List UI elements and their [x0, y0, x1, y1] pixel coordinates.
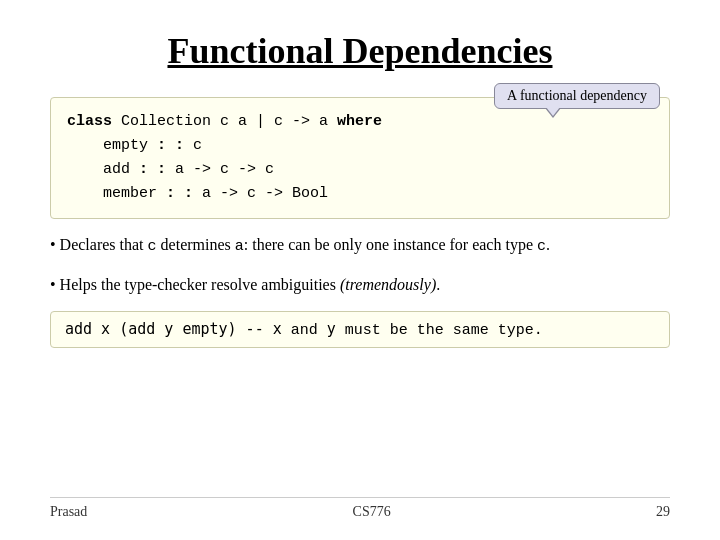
- code-line-1: class Collection c a | c -> a where: [67, 110, 653, 134]
- bullet1-code1: c: [148, 238, 157, 255]
- bullet1-code3: c: [537, 238, 546, 255]
- bullet-1: • Declares that c determines a: there ca…: [50, 233, 670, 259]
- inline-code-text: add x (add y empty) -- x: [65, 320, 282, 338]
- code-line-4: member : : a -> c -> Bool: [67, 182, 653, 206]
- bullet2-italic: (tremendously): [340, 276, 436, 293]
- footer-right: 29: [656, 504, 670, 520]
- inline-code2: y: [327, 320, 336, 338]
- code-line-2: empty : : c: [67, 134, 653, 158]
- code-block: class Collection c a | c -> a where empt…: [50, 97, 670, 219]
- slide: Functional Dependencies A functional dep…: [0, 0, 720, 540]
- footer-center: CS776: [353, 504, 391, 520]
- footer-left: Prasad: [50, 504, 87, 520]
- bullet-2: • Helps the type-checker resolve ambigui…: [50, 273, 670, 297]
- annotation-bubble: A functional dependency: [494, 83, 660, 109]
- content-area: A functional dependency class Collection…: [50, 92, 670, 485]
- slide-title: Functional Dependencies: [50, 30, 670, 72]
- inline-code-block: add x (add y empty) -- x and y must be t…: [50, 311, 670, 348]
- bullet1-code2: a: [235, 238, 244, 255]
- footer: Prasad CS776 29: [50, 497, 670, 520]
- code-block-wrapper: A functional dependency class Collection…: [50, 97, 670, 219]
- code-line-3: add : : a -> c -> c: [67, 158, 653, 182]
